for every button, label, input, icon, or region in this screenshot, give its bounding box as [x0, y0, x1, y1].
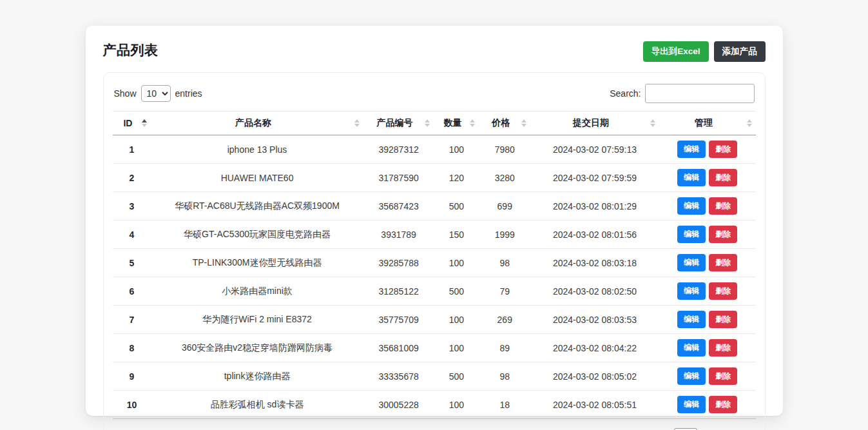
cell-product-name: 小米路由器mini款 [151, 277, 363, 306]
column-header-price[interactable]: 价格 [479, 112, 530, 135]
card-header: 产品列表 导出到Excel 添加产品 [103, 41, 766, 62]
export-excel-button[interactable]: 导出到Excel [643, 41, 709, 62]
cell-actions: 编辑 删除 [659, 391, 756, 419]
delete-button[interactable]: 删除 [709, 396, 737, 413]
delete-button[interactable]: 删除 [709, 226, 737, 243]
delete-button[interactable]: 删除 [709, 311, 737, 328]
table-footer: Showing 1 to 10 of 14 entries Previous 1… [113, 419, 756, 430]
cell-product-code: 33335678 [363, 362, 434, 391]
cell-price: 269 [479, 306, 530, 334]
sort-icon [425, 119, 430, 127]
edit-button[interactable]: 编辑 [677, 226, 706, 243]
cell-actions: 编辑 删除 [659, 362, 756, 391]
page-title: 产品列表 [103, 41, 159, 59]
delete-button[interactable]: 删除 [709, 339, 737, 357]
search-label: Search: [610, 88, 641, 99]
show-label: Show [114, 88, 137, 99]
cell-product-code: 39287312 [363, 135, 434, 164]
cell-id: 7 [113, 306, 151, 334]
cell-price: 3280 [479, 164, 530, 192]
table-row: 3 华硕RT-AC68U无线路由器AC双频1900M 35687423 500 … [113, 192, 756, 220]
sort-icon [650, 119, 655, 127]
cell-product-name: tplink迷你路由器 [151, 362, 363, 391]
edit-button[interactable]: 编辑 [677, 396, 706, 413]
sort-icon [747, 119, 752, 127]
table-row: 7 华为随行WiFi 2 mini E8372 35775709 100 269… [113, 306, 756, 334]
search-input[interactable] [645, 84, 755, 103]
cell-id: 5 [113, 249, 151, 277]
column-header-manage[interactable]: 管理 [659, 112, 756, 135]
table-container: Show 10 entries Search: ID 产品名称 产品编号 数量 … [103, 72, 766, 430]
sort-icon [142, 119, 147, 127]
delete-button[interactable]: 删除 [709, 141, 737, 158]
cell-id: 9 [113, 362, 151, 391]
cell-submit-date: 2024-03-02 08:05:02 [530, 362, 659, 391]
page-length-control: Show 10 entries [114, 85, 202, 102]
cell-price: 699 [479, 192, 530, 220]
column-header-product-code[interactable]: 产品编号 [363, 112, 434, 135]
table-body: 1 iphone 13 Plus 39287312 100 7980 2024-… [113, 135, 756, 419]
cell-price: 79 [479, 277, 530, 306]
cell-product-name: 华硕RT-AC68U无线路由器AC双频1900M [151, 192, 363, 220]
edit-button[interactable]: 编辑 [677, 367, 706, 385]
table-row: 4 华硕GT-AC5300玩家国度电竞路由器 3931789 150 1999 … [113, 220, 756, 249]
delete-button[interactable]: 删除 [709, 197, 737, 215]
table-row: 1 iphone 13 Plus 39287312 100 7980 2024-… [113, 135, 756, 164]
cell-quantity: 100 [434, 391, 479, 419]
cell-product-code: 39285788 [363, 249, 434, 277]
cell-submit-date: 2024-03-02 07:59:59 [530, 164, 659, 192]
cell-product-name: 360安全路由v2稳定穿墙防蹭网防病毒 [151, 334, 363, 362]
cell-actions: 编辑 删除 [659, 135, 756, 164]
search-control: Search: [610, 84, 754, 103]
product-list-card: 产品列表 导出到Excel 添加产品 Show 10 entries Searc… [86, 26, 783, 416]
cell-submit-date: 2024-03-02 08:02:50 [530, 277, 659, 306]
table-row: 9 tplink迷你路由器 33335678 500 98 2024-03-02… [113, 362, 756, 391]
cell-product-code: 35775709 [363, 306, 434, 334]
column-header-quantity[interactable]: 数量 [434, 112, 479, 135]
edit-button[interactable]: 编辑 [677, 169, 706, 186]
add-product-button[interactable]: 添加产品 [714, 41, 766, 62]
column-header-submit-date[interactable]: 提交日期 [530, 112, 659, 135]
cell-id: 10 [113, 391, 151, 419]
cell-product-code: 31787590 [363, 164, 434, 192]
cell-submit-date: 2024-03-02 08:01:29 [530, 192, 659, 220]
cell-submit-date: 2024-03-02 08:03:53 [530, 306, 659, 334]
edit-button[interactable]: 编辑 [677, 197, 706, 215]
page-length-select[interactable]: 10 [141, 85, 171, 102]
cell-price: 98 [479, 362, 530, 391]
cell-product-name: 品胜彩弧相机 sd读卡器 [151, 391, 363, 419]
edit-button[interactable]: 编辑 [677, 282, 706, 300]
cell-price: 1999 [479, 220, 530, 249]
cell-product-code: 31285122 [363, 277, 434, 306]
delete-button[interactable]: 删除 [709, 367, 737, 385]
cell-quantity: 500 [434, 192, 479, 220]
cell-quantity: 150 [434, 220, 479, 249]
edit-button[interactable]: 编辑 [677, 339, 706, 357]
cell-quantity: 500 [434, 277, 479, 306]
column-header-id[interactable]: ID [113, 112, 151, 135]
cell-actions: 编辑 删除 [659, 306, 756, 334]
cell-quantity: 100 [434, 306, 479, 334]
cell-submit-date: 2024-03-02 08:05:51 [530, 391, 659, 419]
edit-button[interactable]: 编辑 [677, 141, 706, 158]
cell-id: 8 [113, 334, 151, 362]
cell-quantity: 100 [434, 249, 479, 277]
delete-button[interactable]: 删除 [709, 169, 737, 186]
table-controls: Show 10 entries Search: [113, 83, 756, 111]
column-header-product-name[interactable]: 产品名称 [151, 112, 363, 135]
edit-button[interactable]: 编辑 [677, 311, 706, 328]
cell-price: 7980 [479, 135, 530, 164]
cell-product-code: 35687423 [363, 192, 434, 220]
sort-icon [354, 119, 360, 127]
cell-actions: 编辑 删除 [659, 334, 756, 362]
cell-id: 6 [113, 277, 151, 306]
cell-quantity: 100 [434, 334, 479, 362]
delete-button[interactable]: 删除 [709, 254, 737, 271]
cell-quantity: 100 [434, 135, 479, 164]
cell-actions: 编辑 删除 [659, 249, 756, 277]
cell-id: 2 [113, 164, 151, 192]
table-row: 2 HUAWEI MATE60 31787590 120 3280 2024-0… [113, 164, 756, 192]
delete-button[interactable]: 删除 [709, 282, 737, 300]
edit-button[interactable]: 编辑 [677, 254, 706, 271]
cell-quantity: 500 [434, 362, 479, 391]
